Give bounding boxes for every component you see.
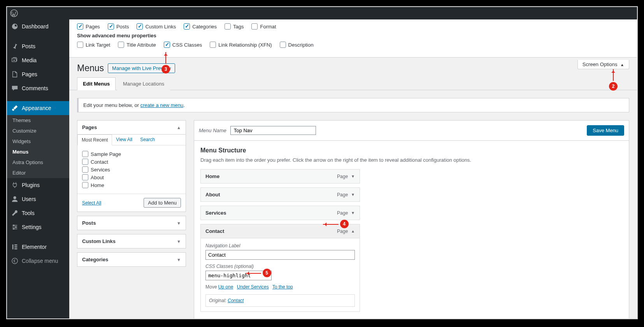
admin-topbar [7,7,637,19]
sidebar-label: Settings [22,224,42,230]
edit-notice: Edit your menu below, or create a new me… [77,98,629,112]
tab-edit-menus[interactable]: Edit Menus [77,77,116,90]
screen-option-pages[interactable]: Pages [77,23,100,30]
svg-rect-9 [14,248,17,250]
sidebar-sub-themes[interactable]: Themes [7,115,69,126]
add-to-menu-button[interactable]: Add to Menu [144,198,181,208]
screen-option-link-relationship-(xfn)[interactable]: Link Relationship (XFN) [210,42,272,48]
checkbox[interactable] [82,174,88,180]
checkbox[interactable] [280,42,286,48]
nav-label-input[interactable] [205,250,355,260]
accordion-title: Categories [82,257,108,262]
accordion-pages-header[interactable]: Pages ▲ [77,121,186,135]
menu-name-input[interactable] [230,126,316,135]
sidebar-item-comments[interactable]: Comments [7,81,69,95]
menu-item-header[interactable]: ServicesPage▼ [201,206,360,220]
screen-option-title-attribute[interactable]: Title Attribute [118,42,156,48]
menu-item-header[interactable]: ContactPage▲ [201,224,360,238]
checkbox[interactable] [118,42,124,48]
screen-option-description[interactable]: Description [280,42,314,48]
sidebar-item-appearance[interactable]: Appearance [7,101,69,115]
checkbox-label: Link Relationship (XFN) [218,42,272,48]
original-link[interactable]: Contact [228,298,244,303]
menu-item-type: Page▼ [337,174,355,179]
sidebar-sub-customize[interactable]: Customize [7,126,69,136]
checkbox[interactable] [108,23,114,30]
wordpress-logo-icon[interactable] [10,9,18,17]
checkbox[interactable] [82,159,88,165]
page-checkbox-about[interactable]: About [82,174,181,180]
move-link[interactable]: To the top [272,284,293,290]
brush-icon [11,104,19,112]
nav-label-label: Navigation Label [205,243,355,248]
screen-option-posts[interactable]: Posts [108,23,129,30]
screen-option-categories[interactable]: Categories [184,23,217,30]
screen-option-format[interactable]: Format [251,23,276,30]
sidebar-sub-astra[interactable]: Astra Options [7,157,69,168]
sidebar-item-posts[interactable]: Posts [7,39,69,53]
checkbox[interactable] [82,151,88,157]
menu-item-header[interactable]: HomePage▼ [201,170,360,183]
checkbox[interactable] [251,23,258,30]
main-content: PagesPostsCustom LinksCategoriesTagsForm… [69,19,637,318]
sidebar-item-users[interactable]: Users [7,192,69,206]
select-all-link[interactable]: Select All [82,200,101,206]
sidebar-sub-widgets[interactable]: Widgets [7,136,69,147]
accordion-custom-links: Custom Links ▼ [77,234,186,248]
sidebar-submenu-appearance: Themes Customize Widgets Menus Astra Opt… [7,115,69,178]
checkbox[interactable] [82,166,88,173]
checkbox[interactable] [225,23,231,30]
create-new-menu-link[interactable]: create a new menu [140,102,184,108]
checkbox[interactable] [210,42,216,48]
page-checkbox-home[interactable]: Home [82,182,181,188]
checkbox[interactable] [77,42,83,48]
checkbox[interactable] [164,42,170,48]
collapse-menu-button[interactable]: Collapse menu [7,254,69,268]
menu-item-about: AboutPage▼ [200,187,360,202]
screen-options-tab[interactable]: Screen Options ▲ [577,60,629,69]
page-checkbox-services[interactable]: Services [82,166,181,173]
sidebar-sub-menus[interactable]: Menus [7,147,69,157]
subtab-view-all[interactable]: View All [112,135,136,145]
manage-live-preview-button[interactable]: Manage with Live Preview [108,63,175,73]
css-classes-input[interactable] [205,271,272,280]
accordion-categories-header[interactable]: Categories ▼ [77,253,186,266]
sidebar-item-media[interactable]: Media [7,53,69,67]
menu-item-header[interactable]: AboutPage▼ [201,188,360,201]
sidebar-sub-editor[interactable]: Editor [7,168,69,178]
screen-option-custom-links[interactable]: Custom Links [137,23,176,30]
screen-option-tags[interactable]: Tags [225,23,244,30]
menu-item-type: Page▲ [337,229,355,234]
accordion-posts-header[interactable]: Posts ▼ [77,216,186,230]
move-link[interactable]: Under Services [237,284,269,290]
sidebar-label: Appearance [22,105,51,111]
move-link[interactable]: Up one [218,284,233,290]
checkbox[interactable] [82,182,88,188]
sidebar-item-settings[interactable]: Settings [7,220,69,234]
sidebar-item-elementor[interactable]: Elementor [7,240,69,254]
sidebar-item-tools[interactable]: Tools [7,206,69,220]
sidebar-label: Media [22,57,37,63]
menu-item-title: Services [205,210,226,216]
elementor-icon [11,243,19,251]
sidebar-item-pages[interactable]: Pages [7,67,69,81]
screen-option-css-classes[interactable]: CSS Classes [164,42,202,48]
screen-options-panel: PagesPostsCustom LinksCategoriesTagsForm… [69,19,637,58]
page-checkbox-sample-page[interactable]: Sample Page [82,151,181,157]
save-menu-button[interactable]: Save Menu [587,125,624,136]
screen-options-subheading: Show advanced menu properties [77,33,629,38]
sidebar-item-plugins[interactable]: Plugins [7,178,69,192]
svg-rect-6 [12,245,14,250]
accordion-customlinks-header[interactable]: Custom Links ▼ [77,234,186,248]
checkbox[interactable] [77,23,83,30]
sidebar-item-dashboard[interactable]: Dashboard [7,19,69,33]
subtab-search[interactable]: Search [136,135,159,145]
screen-option-link-target[interactable]: Link Target [77,42,110,48]
subtab-most-recent[interactable]: Most Recent [77,135,112,145]
checkbox[interactable] [137,23,143,30]
page-checkbox-contact[interactable]: Contact [82,159,181,165]
sidebar-label: Comments [22,85,48,91]
menu-structure-heading: Menu Structure [200,147,623,154]
checkbox[interactable] [184,23,190,30]
tab-manage-locations[interactable]: Manage Locations [117,77,170,90]
